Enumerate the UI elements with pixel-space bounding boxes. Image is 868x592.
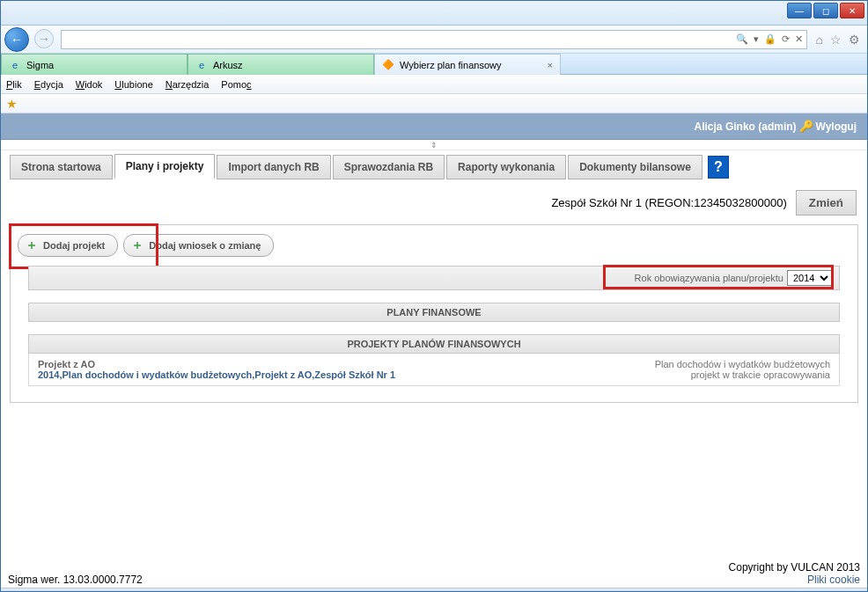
add-favorite-icon[interactable]: ★ [6,97,18,111]
footer: Sigma wer. 13.03.0000.7772 Copyright by … [1,558,867,588]
menu-edycja[interactable]: Edycja [34,79,63,90]
app-header: Alicja Ginko (admin) 🔑 Wyloguj [1,113,867,140]
nav-strona-startowa[interactable]: Strona startowa [10,155,113,179]
plans-section: PLANY FINANSOWE [28,303,840,322]
project-type: Plan dochodów i wydatków budżetowych [655,359,830,369]
year-filter-label: Rok obowiązywania planu/projektu [635,273,783,283]
address-input[interactable] [65,34,736,45]
plans-section-header: PLANY FINANSOWE [28,303,840,322]
maximize-button[interactable]: ◻ [813,3,838,18]
footer-right: Copyright by VULCAN 2013 Pliki cookie [729,561,860,586]
project-status: projekt w trakcie opracowywania [655,369,830,380]
search-icon[interactable]: 🔍 [736,33,748,45]
project-meta: Plan dochodów i wydatków budżetowych pro… [655,359,830,380]
status-bar [1,588,867,591]
ie-icon: e [195,59,208,71]
copyright-label: Copyright by VULCAN 2013 [729,561,860,574]
favorites-icon[interactable]: ☆ [830,33,842,47]
projects-section: PROJEKTY PLANÓW FINANSOWYCH Projekt z AO… [28,334,840,386]
app-icon: 🔶 [382,59,394,71]
favorites-bar: ★ [1,94,867,113]
back-button[interactable]: ← [4,27,33,52]
projects-section-header: PROJEKTY PLANÓW FINANSOWYCH [28,334,840,354]
action-button-row: ＋ Dodaj projekt ＋ Dodaj wniosek o zmianę [11,225,857,266]
project-desc: 2014,Plan dochodów i wydatków budżetowyc… [38,369,395,380]
content-area: ＋ Dodaj projekt ＋ Dodaj wniosek o zmianę… [1,224,867,403]
tab-wybierz-plan[interactable]: 🔶 Wybierz plan finansowy × [374,54,561,75]
forward-button[interactable]: → [34,29,55,50]
button-label: Dodaj wniosek o zmianę [149,240,261,251]
add-project-button[interactable]: ＋ Dodaj projekt [18,234,118,257]
plus-icon: ＋ [26,238,38,253]
year-select[interactable]: 2014 [787,270,832,286]
title-bar: — ◻ ✕ [1,1,867,26]
cookies-link[interactable]: Pliki cookie [729,574,860,586]
change-school-button[interactable]: Zmień [796,190,857,216]
tab-sigma[interactable]: e Sigma [1,54,188,75]
nav-dokumenty-bilansowe[interactable]: Dokumenty bilansowe [568,155,702,179]
nav-toolbar: ← → 🔍 ▾ 🔒 ⟳ ✕ ⌂ ☆ ⚙ [1,26,867,54]
minimize-button[interactable]: — [787,3,812,18]
arrow-left-icon: ← [11,33,23,46]
main-panel: ＋ Dodaj projekt ＋ Dodaj wniosek o zmianę… [10,224,858,403]
lock-icon: 🔒 [764,33,776,45]
plus-icon: ＋ [131,238,143,253]
app-nav: Strona startowa Plany i projekty Import … [1,150,867,186]
tab-close-icon[interactable]: × [548,60,553,70]
tools-icon[interactable]: ⚙ [849,33,860,47]
ie-icon: e [9,59,21,71]
context-bar: Zespół Szkół Nr 1 (REGON:12345032800000)… [1,186,867,224]
logout-link[interactable]: Wyloguj [816,121,857,133]
menu-pomoc[interactable]: Pomoc [221,79,251,90]
project-row[interactable]: Projekt z AO 2014,Plan dochodów i wydatk… [28,354,840,386]
menu-widok[interactable]: Widok [76,79,103,90]
tab-arkusz[interactable]: e Arkusz [188,54,374,75]
key-icon: 🔑 [799,120,813,133]
home-icon[interactable]: ⌂ [816,33,823,47]
tab-label: Sigma [26,60,54,70]
button-label: Dodaj projekt [43,240,105,251]
school-label: Zespół Szkół Nr 1 (REGON:12345032800000) [551,196,786,209]
menu-narzedzia[interactable]: Narzędzia [166,79,210,90]
help-button[interactable]: ? [708,156,729,179]
stop-icon[interactable]: ✕ [795,33,803,45]
dropdown-icon[interactable]: ▾ [754,33,759,45]
menu-ulubione[interactable]: Ulubione [114,79,152,90]
tab-label: Arkusz [213,60,243,70]
project-title: Projekt z AO [38,359,395,369]
address-bar: 🔍 ▾ 🔒 ⟳ ✕ [61,30,807,49]
add-change-request-button[interactable]: ＋ Dodaj wniosek o zmianę [123,234,274,257]
tab-label: Wybierz plan finansowy [400,60,501,70]
nav-plany-projekty[interactable]: Plany i projekty [114,154,216,179]
window-controls: — ◻ ✕ [787,3,864,18]
arrow-right-icon: → [38,33,50,45]
close-button[interactable]: ✕ [840,3,864,18]
version-label: Sigma wer. 13.03.0000.7772 [8,574,143,586]
nav-sprawozdania-rb[interactable]: Sprawozdania RB [333,155,445,179]
project-info: Projekt z AO 2014,Plan dochodów i wydatk… [38,359,395,380]
nav-import-rb[interactable]: Import danych RB [217,155,330,179]
nav-raporty-wykonania[interactable]: Raporty wykonania [446,155,566,179]
menu-plik[interactable]: Plik [6,79,22,90]
window-frame: — ◻ ✕ ← → 🔍 ▾ 🔒 ⟳ ✕ ⌂ ☆ ⚙ [0,0,868,592]
tab-strip: e Sigma e Arkusz 🔶 Wybierz plan finansow… [1,54,867,75]
refresh-icon[interactable]: ⟳ [782,33,790,45]
address-icons: 🔍 ▾ 🔒 ⟳ ✕ [736,33,803,45]
user-label: Alicja Ginko (admin) [695,121,797,133]
pane-resize-handle[interactable]: ⇕ [1,140,867,150]
browser-toolbar-icons: ⌂ ☆ ⚙ [816,33,860,47]
menu-bar: Plik Edycja Widok Ulubione Narzędzia Pom… [1,75,867,94]
year-filter-row: Rok obowiązywania planu/projektu 2014 [28,266,840,290]
